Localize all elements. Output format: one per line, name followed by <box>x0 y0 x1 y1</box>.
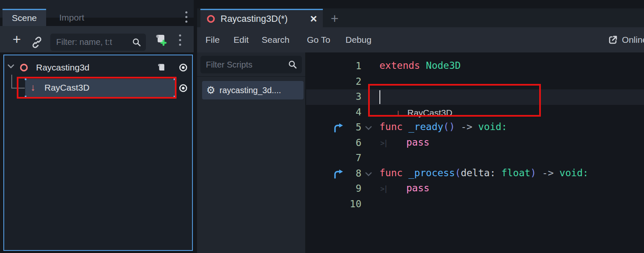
code-line[interactable]: 1extends Node3D <box>306 59 644 74</box>
gear-icon: ⚙ <box>206 85 216 95</box>
annotation-box-code <box>368 84 541 117</box>
code-line[interactable]: 7 <box>306 151 644 166</box>
code-line[interactable]: 6>|pass <box>306 136 644 151</box>
tab-scene-label: Scene <box>12 13 37 23</box>
code-text: func _process(delta: float) -> void: <box>379 167 589 178</box>
menu-search[interactable]: Search <box>262 27 290 52</box>
node3d-icon <box>19 63 29 72</box>
new-tab-button[interactable]: + <box>326 10 343 27</box>
scene-filter-placeholder: Filter: name, t:t <box>56 37 132 47</box>
add-node-button[interactable]: + <box>9 30 24 48</box>
fold-chevron-icon[interactable] <box>365 172 372 176</box>
tab-import[interactable]: Import <box>49 9 95 26</box>
code-editor[interactable]: 1extends Node3D2345func _ready() -> void… <box>306 52 644 253</box>
line-number: 3 <box>344 91 361 102</box>
search-icon <box>132 37 142 47</box>
code-line[interactable]: 5func _ready() -> void: <box>306 120 644 136</box>
code-text: extends Node3D <box>379 60 461 71</box>
line-number: 9 <box>344 183 361 194</box>
scene-tab-icon <box>206 14 216 23</box>
script-item-label: raycasting_3d.... <box>220 86 281 95</box>
dock-options-icon[interactable] <box>185 11 187 23</box>
tab-indent-marker: >| <box>380 139 387 147</box>
visibility-icon[interactable] <box>178 63 188 73</box>
menu-edit[interactable]: Edit <box>234 27 249 52</box>
menu-file[interactable]: File <box>205 27 220 52</box>
code-line[interactable]: 8func _process(delta: float) -> void: <box>306 166 644 182</box>
code-lines: 1extends Node3D2345func _ready() -> void… <box>306 59 644 212</box>
menu-debug[interactable]: Debug <box>345 27 371 52</box>
script-list-item[interactable]: ⚙ raycasting_3d.... <box>202 81 304 99</box>
line-number: 4 <box>344 107 361 117</box>
close-icon[interactable]: × <box>310 13 317 25</box>
line-number: 8 <box>344 168 361 179</box>
line-number: 1 <box>344 60 361 71</box>
filter-scripts-placeholder: Filter Scripts <box>206 60 288 70</box>
code-line[interactable]: 9>|pass <box>306 181 644 197</box>
line-number: 5 <box>344 122 361 133</box>
line-number: 10 <box>344 198 361 209</box>
code-text: func _ready() -> void: <box>379 121 507 132</box>
code-line[interactable]: 10 <box>306 197 644 212</box>
tab-raycasting3d-scene[interactable]: Raycasting3D(*) × <box>200 9 323 27</box>
filter-scripts-input[interactable]: Filter Scripts <box>200 56 302 73</box>
tab-import-label: Import <box>59 13 84 23</box>
collapse-chevron-icon[interactable] <box>8 64 14 68</box>
annotation-box-tree <box>17 77 177 99</box>
code-text: pass <box>406 137 429 148</box>
menu-goto[interactable]: Go To <box>307 27 330 52</box>
line-number: 2 <box>344 76 361 87</box>
scene-filter-input[interactable]: Filter: name, t:t <box>50 34 146 51</box>
scene-tab-label: Raycasting3D(*) <box>221 13 305 24</box>
online-docs-button[interactable]: Online <box>608 27 644 52</box>
divider <box>197 76 305 77</box>
external-link-icon <box>608 35 618 45</box>
tree-root-label[interactable]: Raycasting3d <box>36 63 89 73</box>
visibility-icon[interactable] <box>178 83 188 93</box>
attach-script-icon <box>153 33 168 47</box>
override-method-icon[interactable] <box>333 123 344 133</box>
tree-branch-line <box>11 75 12 89</box>
link-icon <box>30 36 44 49</box>
script-menubar: File Edit Search Go To Debug Online <box>197 27 644 52</box>
code-text: pass <box>406 183 429 193</box>
tab-indent-marker: >| <box>380 185 387 193</box>
online-docs-label: Online <box>622 35 644 45</box>
override-method-icon[interactable] <box>333 169 344 179</box>
attach-script-button[interactable] <box>153 33 168 47</box>
line-number: 7 <box>344 152 361 163</box>
line-number: 6 <box>344 137 361 148</box>
scene-tree-menu-icon[interactable] <box>179 34 181 46</box>
fold-chevron-icon[interactable] <box>365 126 372 130</box>
search-icon <box>288 60 298 70</box>
instance-scene-button[interactable] <box>30 36 44 49</box>
script-attached-icon[interactable] <box>156 62 167 73</box>
tab-scene[interactable]: Scene <box>3 9 46 26</box>
